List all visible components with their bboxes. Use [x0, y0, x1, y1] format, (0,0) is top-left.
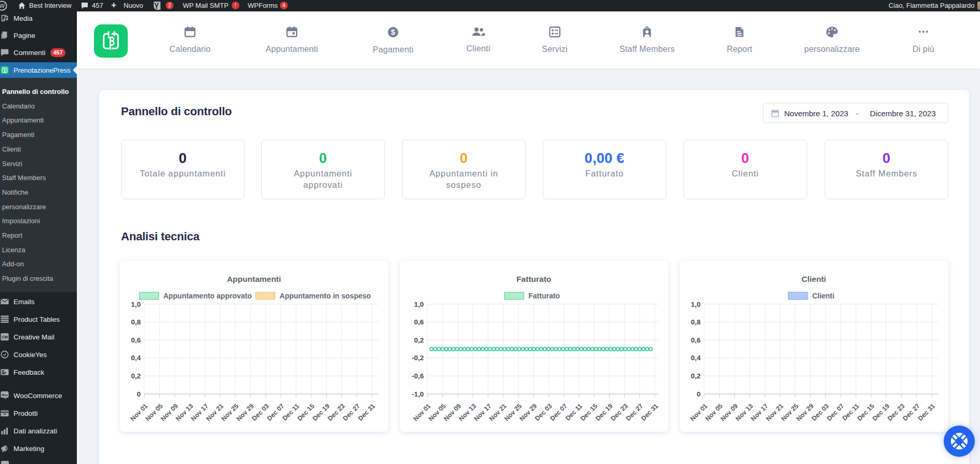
- svg-text:0,2: 0,2: [414, 336, 424, 344]
- svg-text:Appuntamenti: Appuntamenti: [227, 275, 281, 283]
- svg-text:Dec 31: Dec 31: [640, 402, 660, 422]
- svg-text:Clienti: Clienti: [801, 275, 826, 283]
- svg-text:W: W: [0, 3, 5, 9]
- svg-text:-0,2: -0,2: [412, 354, 424, 362]
- svg-text:0,4: 0,4: [691, 354, 701, 362]
- svg-text:$: $: [391, 28, 395, 36]
- svg-text:1,0: 1,0: [414, 301, 424, 308]
- svg-text:Clienti: Clienti: [812, 292, 835, 300]
- svg-text:CM: CM: [2, 335, 8, 339]
- svg-text:0,6: 0,6: [691, 336, 701, 344]
- svg-text:Appuntamento in sospeso: Appuntamento in sospeso: [279, 292, 371, 300]
- svg-text:Dec 31: Dec 31: [357, 402, 377, 422]
- svg-text:0: 0: [137, 390, 141, 398]
- svg-text:0,2: 0,2: [131, 372, 141, 380]
- svg-text:0,4: 0,4: [131, 354, 141, 362]
- svg-text:1,0: 1,0: [691, 301, 701, 308]
- svg-text:Fatturato: Fatturato: [516, 275, 551, 283]
- svg-text:Dec 07: Dec 07: [266, 402, 286, 422]
- svg-text:0,8: 0,8: [691, 318, 701, 326]
- svg-text:0,8: 0,8: [131, 318, 141, 326]
- svg-text:Appuntamento approvato: Appuntamento approvato: [163, 292, 251, 300]
- svg-text:0,2: 0,2: [691, 372, 701, 380]
- svg-text:Woo: Woo: [2, 393, 8, 397]
- svg-text:-1,0: -1,0: [412, 390, 424, 398]
- svg-text:Dec 31: Dec 31: [917, 402, 936, 422]
- svg-text:1,0: 1,0: [131, 301, 141, 308]
- svg-text:Dec 07: Dec 07: [549, 402, 569, 422]
- svg-text:-0,6: -0,6: [412, 372, 424, 380]
- svg-text:0: 0: [696, 390, 701, 398]
- svg-text:Dec 07: Dec 07: [826, 402, 845, 422]
- svg-text:Fatturato: Fatturato: [529, 292, 560, 300]
- svg-text:0,6: 0,6: [414, 318, 424, 326]
- svg-text:0,6: 0,6: [131, 336, 141, 344]
